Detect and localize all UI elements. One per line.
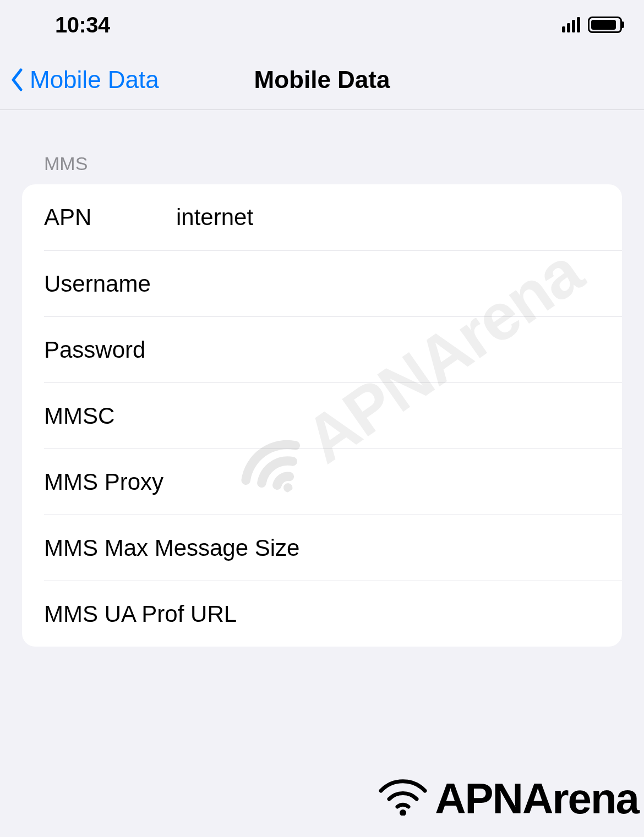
- wifi-icon: [375, 772, 430, 826]
- password-input[interactable]: [176, 337, 622, 363]
- battery-icon: [588, 17, 622, 33]
- settings-row-mms-proxy[interactable]: MMS Proxy: [44, 448, 622, 515]
- row-label-mms-proxy: MMS Proxy: [44, 469, 163, 495]
- settings-row-mms-max-size[interactable]: MMS Max Message Size: [44, 515, 622, 581]
- content-area: MMS APN Username Password MMSC MMS Proxy…: [0, 110, 644, 647]
- status-time: 10:34: [55, 13, 110, 37]
- status-indicators: [562, 17, 622, 33]
- settings-row-mmsc[interactable]: MMSC: [44, 382, 622, 448]
- brand-text: APNArena: [435, 774, 638, 824]
- page-title: Mobile Data: [254, 66, 390, 94]
- mmsc-input[interactable]: [176, 403, 622, 429]
- username-input[interactable]: [176, 271, 622, 297]
- cellular-signal-icon: [562, 17, 580, 32]
- mms-ua-prof-input[interactable]: [237, 601, 622, 627]
- status-bar: 10:34: [0, 0, 644, 50]
- settings-row-mms-ua-prof[interactable]: MMS UA Prof URL: [44, 581, 622, 647]
- svg-point-1: [400, 809, 406, 816]
- back-button-label: Mobile Data: [30, 66, 159, 94]
- footer-brand: APNArena: [375, 772, 638, 826]
- row-label-username: Username: [44, 271, 176, 297]
- back-button[interactable]: Mobile Data: [10, 66, 159, 94]
- apn-input[interactable]: [176, 204, 622, 231]
- section-header-mms: MMS: [22, 110, 622, 184]
- settings-group: APN Username Password MMSC MMS Proxy MMS…: [22, 184, 622, 647]
- chevron-left-icon: [10, 68, 24, 91]
- row-label-mmsc: MMSC: [44, 403, 176, 429]
- mms-max-size-input[interactable]: [299, 535, 622, 561]
- mms-proxy-input[interactable]: [163, 469, 622, 495]
- row-label-apn: APN: [44, 204, 176, 231]
- row-label-mms-max-size: MMS Max Message Size: [44, 535, 299, 561]
- row-label-password: Password: [44, 337, 176, 363]
- row-label-mms-ua-prof: MMS UA Prof URL: [44, 601, 237, 627]
- settings-row-password[interactable]: Password: [44, 316, 622, 382]
- navigation-bar: Mobile Data Mobile Data: [0, 50, 644, 110]
- settings-row-username[interactable]: Username: [44, 250, 622, 316]
- settings-row-apn[interactable]: APN: [22, 184, 622, 250]
